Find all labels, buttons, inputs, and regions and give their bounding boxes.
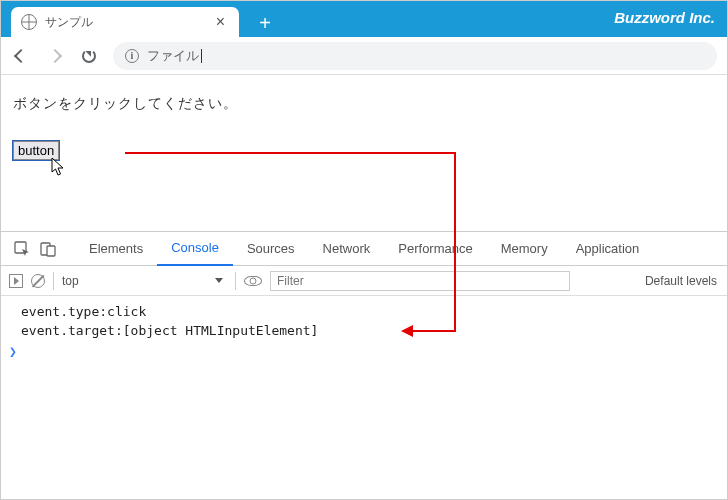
console-filter-input[interactable] [270,271,570,291]
browser-tab[interactable]: サンプル × [11,7,239,37]
devtools-tabbar: Elements Console Sources Network Perform… [1,232,727,266]
tab-strip: サンプル × + [1,1,279,37]
console-prompt[interactable]: ❯ [1,340,727,359]
info-icon[interactable]: i [125,49,139,63]
browser-titlebar: サンプル × + Buzzword Inc. [1,1,727,37]
brand-label: Buzzword Inc. [614,1,727,26]
address-field[interactable]: i ファイル [113,42,717,70]
live-expression-icon[interactable] [244,276,262,286]
svg-rect-2 [47,246,55,256]
context-selector[interactable]: top [62,274,227,288]
url-bar: i ファイル [1,37,727,75]
sample-button[interactable]: button [13,141,59,160]
page-body: ボタンをクリックしてください。 button [1,75,727,160]
console-toolbar: top Default levels [1,266,727,296]
divider [53,272,54,290]
console-line: event.type:click [1,302,727,321]
play-icon[interactable] [9,274,23,288]
mouse-cursor-icon [51,157,67,177]
tab-application[interactable]: Application [562,232,654,266]
device-toggle-icon[interactable] [35,236,61,262]
clear-console-icon[interactable] [31,274,45,288]
tab-title: サンプル [45,14,212,31]
chevron-down-icon [215,278,223,283]
tab-network[interactable]: Network [309,232,385,266]
tab-sources[interactable]: Sources [233,232,309,266]
inspect-icon[interactable] [9,236,35,262]
tab-elements[interactable]: Elements [75,232,157,266]
close-tab-icon[interactable]: × [212,13,229,31]
console-line: event.target:[object HTMLInputElement] [1,321,727,340]
tab-performance[interactable]: Performance [384,232,486,266]
context-label: top [62,274,79,288]
reload-button[interactable] [79,46,99,66]
instruction-text: ボタンをクリックしてください。 [13,95,715,113]
text-cursor [201,49,202,63]
globe-icon [21,14,37,30]
address-label: ファイル [147,48,199,63]
divider [235,272,236,290]
devtools-panel: Elements Console Sources Network Perform… [1,231,727,499]
log-levels-selector[interactable]: Default levels [645,274,719,288]
tab-memory[interactable]: Memory [487,232,562,266]
console-output: event.type:click event.target:[object HT… [1,296,727,499]
new-tab-button[interactable]: + [251,9,279,37]
tab-console[interactable]: Console [157,232,233,266]
back-button[interactable] [11,46,31,66]
forward-button [45,46,65,66]
